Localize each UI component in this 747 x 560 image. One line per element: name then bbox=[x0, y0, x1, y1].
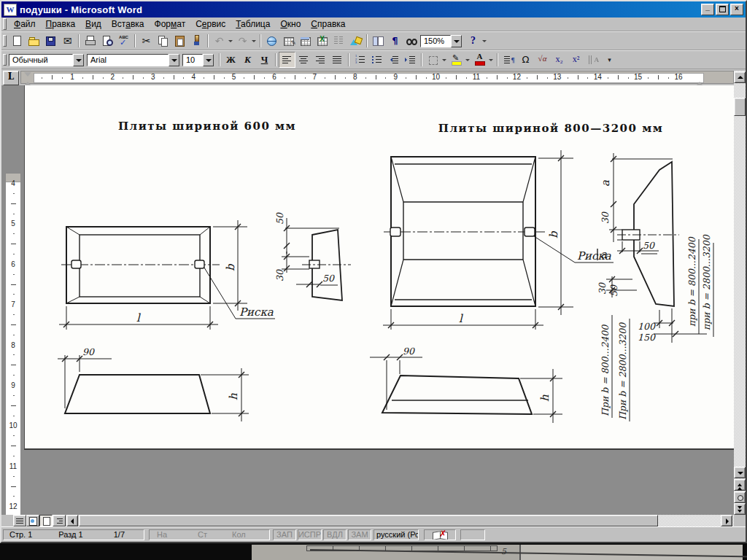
align-left-button[interactable] bbox=[279, 52, 295, 68]
find-button[interactable] bbox=[403, 33, 420, 49]
vertical-ruler[interactable]: 4567891011121314 bbox=[5, 173, 21, 515]
formatting-toolbar-grip[interactable] bbox=[3, 54, 7, 66]
highlight-button-dropdown-arrow[interactable] bbox=[465, 52, 471, 67]
insert-table-button[interactable] bbox=[297, 33, 314, 49]
open-button[interactable] bbox=[26, 33, 42, 49]
font-combo[interactable]: Arial bbox=[87, 54, 169, 66]
cut-button[interactable]: ✂ bbox=[138, 33, 155, 49]
align-center-button[interactable] bbox=[295, 52, 312, 68]
vertical-scrollbar[interactable] bbox=[734, 71, 746, 515]
borders-button[interactable] bbox=[425, 52, 441, 68]
undo-button[interactable]: ↶ bbox=[211, 33, 228, 49]
bullet-list-button[interactable] bbox=[368, 52, 385, 68]
align-right-button[interactable] bbox=[312, 52, 329, 68]
normal-view-button[interactable] bbox=[13, 515, 26, 526]
horizontal-scrollbar[interactable] bbox=[1, 515, 734, 526]
toolbar-options-button[interactable]: ▾ bbox=[601, 52, 618, 68]
language-indicator[interactable]: русский (Ро bbox=[374, 529, 419, 540]
maximize-button[interactable] bbox=[716, 4, 729, 15]
title-bar[interactable]: W подушки - Microsoft Word _ × bbox=[1, 1, 746, 18]
menu-формат[interactable]: Формат bbox=[150, 18, 191, 31]
print-preview-button[interactable] bbox=[98, 33, 115, 49]
close-button[interactable]: × bbox=[730, 4, 743, 15]
revision-mode-indicator[interactable]: ИСПР bbox=[298, 529, 322, 540]
decrease-indent-button[interactable] bbox=[385, 52, 402, 68]
redo-button[interactable]: ↷ bbox=[234, 33, 251, 49]
copy-button[interactable] bbox=[155, 33, 171, 49]
underline-button[interactable]: Ч bbox=[256, 52, 273, 68]
justify-button[interactable] bbox=[329, 52, 346, 68]
print-button[interactable] bbox=[82, 33, 98, 49]
numbered-list-button[interactable] bbox=[352, 52, 368, 68]
equation-editor-button[interactable]: √α bbox=[534, 52, 551, 68]
columns-button[interactable] bbox=[330, 33, 347, 49]
highlight-button[interactable] bbox=[448, 52, 465, 68]
scroll-right-button[interactable] bbox=[721, 515, 732, 526]
new-document-button[interactable] bbox=[9, 33, 26, 49]
insert-hyperlink-button[interactable] bbox=[263, 33, 280, 49]
document-workspace[interactable]: Плиты шириной 600 мм Плиты шириной 800—3… bbox=[1, 85, 734, 515]
menu-вид[interactable]: Вид bbox=[80, 18, 107, 31]
paste-button[interactable] bbox=[171, 33, 188, 49]
document-map-button[interactable] bbox=[370, 33, 387, 49]
web-layout-view-button[interactable] bbox=[26, 515, 39, 526]
spelling-button[interactable]: АВС bbox=[115, 33, 132, 49]
vertical-scroll-thumb[interactable] bbox=[734, 98, 746, 116]
outline-view-button[interactable] bbox=[53, 515, 66, 526]
font-combo-arrow[interactable] bbox=[169, 54, 179, 66]
standard-toolbar-grip[interactable] bbox=[3, 35, 7, 47]
menu-правка[interactable]: Правка bbox=[41, 18, 81, 31]
insert-excel-worksheet-button[interactable] bbox=[314, 33, 330, 49]
record-mode-indicator[interactable]: ЗАП bbox=[273, 529, 296, 540]
menu-файл[interactable]: Файл bbox=[9, 18, 41, 31]
redo-button-dropdown-arrow[interactable] bbox=[251, 34, 258, 48]
letter-spacing-button[interactable] bbox=[584, 52, 601, 68]
spelling-status-panel[interactable]: ✗ bbox=[424, 529, 456, 540]
next-page-button[interactable] bbox=[734, 503, 746, 515]
help-button[interactable]: ? bbox=[465, 33, 481, 49]
font-color-button[interactable] bbox=[471, 52, 488, 68]
tables-and-borders-button[interactable] bbox=[280, 33, 297, 49]
format-painter-button[interactable] bbox=[188, 33, 205, 49]
increase-indent-button[interactable] bbox=[402, 52, 419, 68]
menu-таблица[interactable]: Таблица bbox=[231, 18, 275, 31]
menu-справка[interactable]: Справка bbox=[306, 18, 350, 31]
scroll-up-button[interactable] bbox=[734, 71, 746, 83]
select-browse-object-button[interactable] bbox=[734, 491, 746, 503]
zoom-combo-arrow[interactable] bbox=[451, 35, 462, 47]
show-paragraph-marks-button[interactable]: ¶ bbox=[387, 33, 403, 49]
superscript-button[interactable]: x² bbox=[568, 52, 584, 68]
zoom-combo[interactable]: 150% bbox=[420, 35, 451, 47]
style-combo[interactable]: Обычный bbox=[9, 54, 73, 66]
overtype-mode-indicator[interactable]: ЗАМ bbox=[348, 529, 371, 540]
font-color-button-dropdown-arrow[interactable] bbox=[488, 52, 495, 67]
print-layout-view-button[interactable] bbox=[39, 515, 53, 526]
horizontal-ruler[interactable]: 12345678910111213141516 bbox=[20, 71, 734, 84]
italic-button[interactable]: К bbox=[239, 52, 256, 68]
horizontal-scroll-thumb[interactable] bbox=[79, 515, 658, 526]
tab-alignment-selector[interactable]: L bbox=[3, 71, 19, 85]
insert-symbol-button[interactable]: Ω bbox=[517, 52, 534, 68]
menu-сервис[interactable]: Сервис bbox=[190, 18, 231, 31]
subscript-button[interactable]: x₂ bbox=[551, 52, 568, 68]
document-page[interactable]: Плиты шириной 600 мм Плиты шириной 800—3… bbox=[24, 85, 734, 450]
borders-button-dropdown-arrow[interactable] bbox=[441, 52, 448, 67]
mail-button[interactable]: ✉ bbox=[59, 33, 76, 49]
paragraph-format-button[interactable] bbox=[500, 52, 517, 68]
style-combo-arrow[interactable] bbox=[73, 54, 84, 66]
menu-вставка[interactable]: Вставка bbox=[107, 18, 150, 31]
bold-button[interactable]: Ж bbox=[222, 52, 239, 68]
extend-mode-indicator[interactable]: ВДЛ bbox=[323, 529, 347, 540]
font-size-combo[interactable]: 10 bbox=[182, 54, 203, 66]
save-button[interactable] bbox=[42, 33, 59, 49]
minimize-button[interactable]: _ bbox=[701, 4, 714, 15]
menu-окно[interactable]: Окно bbox=[275, 18, 306, 31]
drawing-button[interactable] bbox=[347, 33, 364, 49]
font-size-combo-arrow[interactable] bbox=[203, 54, 214, 66]
undo-button-dropdown-arrow[interactable] bbox=[228, 34, 234, 48]
help-button-dropdown-arrow[interactable] bbox=[481, 34, 488, 48]
scroll-down-button[interactable] bbox=[734, 467, 746, 478]
previous-page-button[interactable] bbox=[734, 479, 746, 491]
scroll-left-button[interactable] bbox=[66, 515, 78, 526]
menubar-grip[interactable] bbox=[3, 18, 7, 30]
